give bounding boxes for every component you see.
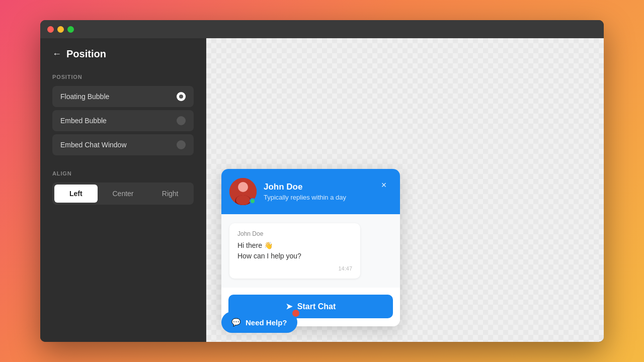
option-embed-chat-window[interactable]: Embed Chat Window [52,134,194,155]
message-sender: John Doe [237,230,352,237]
app-window: ← Position POSITION Floating Bubble Embe… [40,20,604,342]
svg-point-3 [236,195,250,205]
chat-close-button[interactable]: × [377,178,391,192]
floating-bubble: 💬 Need Help? [221,312,297,333]
position-section-label: POSITION [52,74,194,80]
avatar-wrap [229,178,257,205]
agent-status: Typically replies within a day [264,194,370,201]
option-embed-chat-window-label: Embed Chat Window [60,141,127,149]
message-time: 14:47 [237,265,352,272]
align-left-button[interactable]: Left [54,185,98,203]
start-chat-label: Start Chat [297,302,336,311]
back-button[interactable]: ← [52,49,61,59]
back-nav: ← Position [52,48,194,60]
radio-floating-bubble[interactable] [177,92,186,101]
align-buttons: Left Center Right [52,183,194,205]
need-help-button[interactable]: 💬 Need Help? [221,312,297,333]
option-embed-bubble[interactable]: Embed Bubble [52,110,194,131]
chat-body: John Doe Hi there 👋 How can I help you? … [221,214,400,288]
bubble-notification-badge [292,310,299,317]
send-icon: ➤ [286,302,292,311]
radio-embed-bubble[interactable] [177,116,186,125]
option-floating-bubble[interactable]: Floating Bubble [52,86,194,107]
position-options-list: Floating Bubble Embed Bubble Embed Chat … [52,86,194,155]
right-panel: John Doe Typically replies within a day … [206,38,604,342]
minimize-traffic-light[interactable] [57,26,64,33]
title-bar [40,20,604,38]
option-floating-bubble-label: Floating Bubble [60,93,109,101]
align-section-label: ALIGN [52,170,194,176]
maximize-traffic-light[interactable] [67,26,74,33]
message-line2: How can I help you? [237,251,352,261]
align-center-button[interactable]: Center [102,185,145,203]
traffic-lights [47,26,74,33]
option-embed-bubble-label: Embed Bubble [60,117,107,125]
agent-name: John Doe [264,182,370,192]
close-traffic-light[interactable] [47,26,54,33]
position-section: POSITION Floating Bubble Embed Bubble Em… [52,74,194,155]
message-bubble: John Doe Hi there 👋 How can I help you? … [229,223,360,279]
align-right-button[interactable]: Right [148,185,192,203]
header-info: John Doe Typically replies within a day [264,182,370,201]
chat-header: John Doe Typically replies within a day … [221,169,400,214]
message-line1: Hi there 👋 [237,240,352,251]
svg-point-1 [238,182,248,192]
panel-title: Position [66,48,106,60]
align-section: ALIGN Left Center Right [52,170,194,205]
online-indicator [250,198,256,204]
main-content: ← Position POSITION Floating Bubble Embe… [40,38,604,342]
radio-embed-chat-window[interactable] [177,140,186,149]
bubble-chat-icon: 💬 [231,318,241,327]
left-panel: ← Position POSITION Floating Bubble Embe… [40,38,206,342]
bubble-label: Need Help? [246,318,287,327]
chat-widget: John Doe Typically replies within a day … [221,169,400,326]
